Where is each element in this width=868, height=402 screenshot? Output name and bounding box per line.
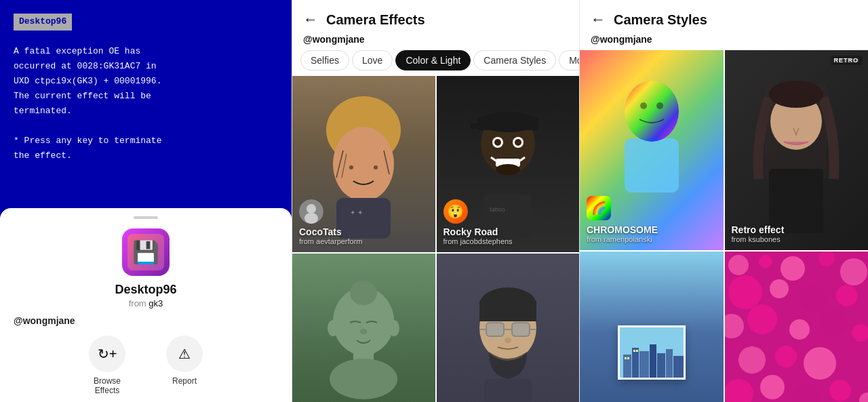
- browse-effects-button[interactable]: ↻+ BrowseEffects: [89, 336, 125, 395]
- effect-cell-rockyroad[interactable]: tattoo 😲 Rocky Road from jacobdstephens: [437, 76, 580, 252]
- tab-mood[interactable]: Mood: [559, 50, 579, 71]
- tab-love[interactable]: Love: [352, 50, 393, 71]
- tab-camera-styles[interactable]: Camera Styles: [473, 50, 556, 71]
- svg-point-80: [775, 346, 797, 367]
- rockyroad-author: from jacobdstephens: [443, 237, 513, 245]
- svg-point-1: [333, 127, 394, 201]
- svg-rect-51: [769, 169, 823, 233]
- svg-rect-63: [636, 350, 638, 352]
- cocotats-icon: [299, 199, 323, 224]
- effect-icon: 💾: [122, 228, 170, 276]
- retro-author: from ksubones: [732, 235, 785, 243]
- drag-handle: [134, 216, 158, 219]
- svg-rect-62: [633, 350, 635, 352]
- pink-texture-svg: [725, 252, 869, 402]
- bsod-screen: Desktop96 A fatal exception OE has occur…: [0, 0, 292, 217]
- effect-cell-chromosome[interactable]: 🌈 CHROMOSOME from ramenpolanski: [580, 50, 724, 250]
- left-panel: Desktop96 A fatal exception OE has occur…: [0, 0, 292, 402]
- cocotats-author: from aevtarperform: [299, 237, 363, 245]
- svg-point-72: [800, 285, 827, 313]
- right-panel-title: Camera Styles: [614, 12, 707, 28]
- svg-rect-35: [512, 323, 530, 336]
- svg-point-77: [820, 309, 847, 336]
- svg-point-11: [304, 213, 318, 224]
- effect-cell-glasses[interactable]: [437, 254, 580, 402]
- retro-name: Retro effect: [732, 224, 785, 235]
- effect-cell-retro[interactable]: RETRO: [725, 50, 869, 250]
- right-grid: 🌈 CHROMOSOME from ramenpolanski RETRO: [580, 50, 868, 402]
- effect-cell-buddha[interactable]: [292, 254, 435, 402]
- svg-point-18: [494, 139, 501, 146]
- svg-point-10: [307, 204, 316, 214]
- rockyroad-icon: 😲: [443, 199, 468, 224]
- right-back-button[interactable]: ←: [591, 11, 606, 28]
- chromosome-info: CHROMOSOME from ramenpolanski: [587, 224, 658, 243]
- svg-point-69: [840, 258, 867, 285]
- tab-selfies[interactable]: Selfies: [300, 50, 349, 71]
- effect-name: Desktop96: [115, 283, 176, 297]
- right-panel: ← Camera Styles @wongmjane: [579, 0, 868, 402]
- action-buttons: ↻+ BrowseEffects ⚠ Report: [89, 336, 203, 395]
- buddha-illustration: [309, 274, 418, 402]
- svg-rect-56: [650, 344, 656, 380]
- svg-point-25: [350, 281, 377, 305]
- report-icon: ⚠: [178, 346, 191, 362]
- svg-rect-61: [627, 357, 629, 359]
- svg-point-6: [374, 165, 378, 169]
- svg-point-44: [640, 102, 647, 109]
- city-photo-frame: [618, 325, 686, 380]
- cocotats-info: CocoTats from aevtarperform: [299, 199, 363, 245]
- svg-point-48: [769, 81, 823, 108]
- svg-point-66: [759, 255, 772, 268]
- effect-cell-city[interactable]: [580, 252, 724, 402]
- svg-rect-14: [477, 117, 538, 130]
- svg-point-19: [515, 139, 521, 146]
- effect-cell-cocotats[interactable]: ✦ ✦ CocoTats from aevtarperform: [292, 76, 435, 252]
- pink-texture: [725, 252, 869, 402]
- rockyroad-info: 😲 Rocky Road from jacobdstephens: [443, 199, 513, 245]
- svg-rect-55: [639, 351, 649, 380]
- svg-rect-54: [632, 348, 639, 380]
- svg-point-76: [789, 319, 810, 340]
- effect-cell-pink[interactable]: [725, 252, 869, 402]
- tab-color-light[interactable]: Color & Light: [395, 50, 471, 71]
- svg-point-81: [804, 347, 836, 380]
- svg-point-28: [389, 320, 399, 336]
- report-icon-circle: ⚠: [166, 336, 203, 372]
- bsod-text: A fatal exception OE has occurred at 002…: [14, 44, 278, 164]
- svg-point-39: [505, 338, 511, 343]
- svg-point-27: [328, 320, 338, 336]
- report-button[interactable]: ⚠ Report: [166, 336, 203, 395]
- svg-point-79: [738, 346, 766, 374]
- svg-point-21: [496, 164, 520, 175]
- chromosome-icon: 🌈: [587, 196, 611, 220]
- svg-rect-59: [673, 356, 684, 380]
- effects-grid: ✦ ✦ CocoTats from aevtarperform: [292, 76, 579, 402]
- middle-back-button[interactable]: ←: [303, 11, 318, 28]
- svg-rect-40: [484, 379, 532, 402]
- svg-point-65: [728, 255, 749, 275]
- svg-point-84: [760, 375, 785, 399]
- retro-info: Retro effect from ksubones: [732, 224, 785, 243]
- retro-tag: RETRO: [830, 56, 863, 65]
- browse-effects-label: BrowseEffects: [94, 376, 121, 395]
- chromosome-icon-symbol: 🌈: [591, 201, 606, 216]
- effect-card: 💾 Desktop96 from gk3 @wongmjane ↻+ Brows…: [0, 208, 292, 402]
- svg-point-73: [836, 285, 858, 306]
- svg-point-75: [747, 304, 777, 334]
- svg-rect-58: [666, 349, 673, 380]
- effect-author: from gk3: [129, 298, 163, 308]
- svg-point-26: [360, 329, 367, 334]
- cocotats-avatar-icon: [299, 199, 323, 224]
- effect-icon-inner: 💾: [127, 234, 164, 270]
- report-label: Report: [172, 376, 197, 386]
- city-photo-inner: [620, 327, 684, 378]
- effect-author-name: gk3: [149, 298, 163, 308]
- svg-point-70: [728, 275, 762, 309]
- svg-point-30: [330, 359, 397, 399]
- city-photo-svg: [620, 327, 686, 380]
- tabs-row: Selfies Love Color & Light Camera Styles…: [292, 50, 579, 76]
- profile-username: @wongmjane: [14, 315, 75, 326]
- svg-rect-57: [657, 353, 665, 380]
- rockyroad-avatar: 😲: [443, 199, 468, 224]
